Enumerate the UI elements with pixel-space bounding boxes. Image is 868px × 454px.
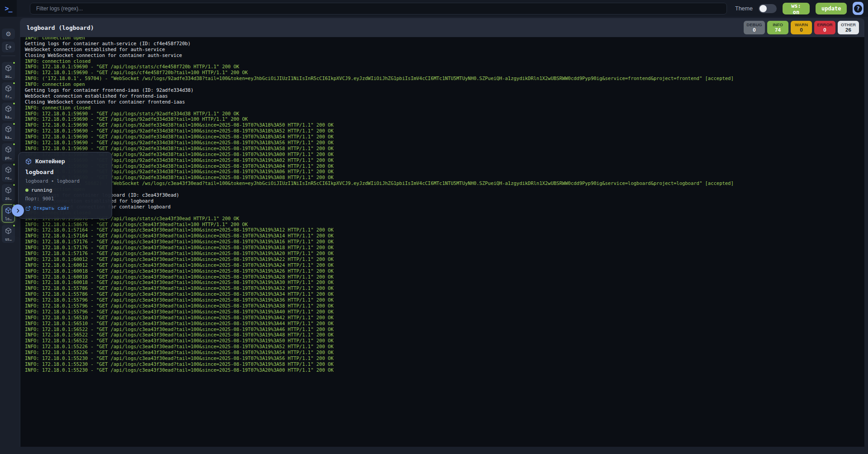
topbar: >_ Theme ws: on update ? [0,0,868,17]
container-list: au…fr…ka…ka…po…re…zo…lo…us… [2,62,15,243]
running-dot-icon [12,81,16,85]
running-dot-icon [12,122,16,126]
log-line: INFO: 172.18.0.1:57176 - "GET /api/logs/… [25,245,864,251]
log-line: INFO: 172.18.0.1:59690 - "GET /api/logs/… [25,134,864,140]
log-line: INFO: 172.18.0.1:56522 - "GET /api/logs/… [25,338,864,344]
log-line: WebSocket connection established for aut… [25,47,864,52]
sidebar-container-ka[interactable]: ka… [2,103,15,121]
log-panel-header: logboard (logboard) DEBUG0INFO74WARN0ERR… [20,18,864,37]
container-box-icon [5,166,12,175]
log-line: INFO: ('172.18.0.1', 59704) - "WebSocket… [25,76,864,81]
log-line: INFO: 172.18.0.1:55786 - "GET /api/logs/… [25,291,864,297]
log-line: INFO: 172.18.0.1:58676 - "GET /api/logs/… [25,222,864,227]
log-line: INFO: 172.18.0.1:59690 - "GET /api/logs/… [25,128,864,134]
log-line: INFO: 172.18.0.1:59690 - "GET /api/logs/… [25,70,864,76]
status-dot-icon [25,189,28,192]
log-line: INFO: 172.18.0.1:56510 - "GET /api/logs/… [25,321,864,326]
log-lines: INFO: connection openGetting logs for co… [25,37,864,373]
log-line: INFO: 172.18.0.1:60012 - "GET /api/logs/… [25,256,864,262]
open-site-link[interactable]: Открыть сайт [25,205,105,211]
log-line: INFO: 172.18.0.1:59690 - "GET /api/logs/… [25,111,864,117]
running-dot-icon [12,224,16,227]
container-label: au… [5,75,11,79]
container-label: zo… [5,197,11,201]
sidebar-container-au[interactable]: au… [2,62,15,80]
page-title: logboard (logboard) [27,24,94,31]
badge-count: 74 [775,27,781,33]
log-line: INFO: 172.18.0.1:55226 - "GET /api/logs/… [25,350,864,355]
running-dot-icon [12,61,16,65]
log-line: INFO: 172.18.0.1:55226 - "GET /api/logs/… [25,344,864,350]
topbar-controls: Theme ws: on update ? [735,2,868,15]
log-viewport[interactable]: INFO: connection openGetting logs for co… [20,37,864,447]
badge-label: OTHER [841,22,856,27]
log-line: INFO: connection open [25,81,864,87]
theme-toggle[interactable] [759,4,777,13]
sidebar-container-ka[interactable]: ka… [2,123,15,141]
badge-other[interactable]: OTHER26 [838,21,859,34]
sidebar-container-us[interactable]: us… [2,225,15,243]
log-line: INFO: 172.18.0.1:60018 - "GET /api/logs/… [25,268,864,274]
container-box-icon [5,187,12,195]
log-line: Getting logs for container auth-service … [25,41,864,47]
log-line: INFO: 172.18.0.1:59690 - "GET /api/logs/… [25,163,864,169]
sidebar-container-re[interactable]: re… [2,164,15,182]
badge-error[interactable]: ERROR0 [814,21,835,34]
badge-info[interactable]: INFO74 [767,21,788,34]
log-line: INFO: 172.18.0.1:55796 - "GET /api/logs/… [25,309,864,315]
sidebar-container-zo[interactable]: zo… [2,184,15,202]
log-line: Getting logs for container frontend-iaas… [25,87,864,93]
open-site-label: Открыть сайт [33,205,69,211]
log-line: INFO: 172.18.0.1:56510 - "GET /api/logs/… [25,315,864,321]
sidebar: ⚙ au…fr…ka…ka…po…re…zo…lo…us… [0,17,17,454]
badge-label: DEBUG [746,22,762,27]
container-box-icon [5,65,12,73]
log-line: INFO: 172.18.0.1:55230 - "GET /api/logs/… [25,367,864,373]
ws-toggle-button[interactable]: ws: on [783,3,810,14]
log-line: INFO: 172.18.0.1:59690 - "GET /api/logs/… [25,116,864,122]
sidebar-container-fr[interactable]: fr… [2,82,15,100]
container-label: us… [5,237,11,241]
expand-sidebar-button[interactable] [12,204,24,217]
tooltip-port: Порт: 9001 [25,196,105,201]
log-line: Closing WebSocket connection for contain… [25,99,864,105]
settings-button[interactable]: ⚙ [2,28,15,39]
log-line: INFO: 172.18.0.1:56522 - "GET /api/logs/… [25,326,864,332]
log-line: INFO: 172.18.0.1:55796 - "GET /api/logs/… [25,303,864,309]
container-label: ka… [5,115,11,119]
app-logo: >_ [0,0,17,17]
sidebar-divider [1,56,15,56]
filter-input[interactable] [30,3,727,14]
container-box-icon [5,85,12,94]
log-line: INFO: 172.18.0.1:59690 - "GET /api/logs/… [25,140,864,146]
container-box-icon [5,207,12,216]
logout-icon [5,44,12,50]
running-dot-icon [12,142,16,146]
log-line: INFO: 172.18.0.1:55796 - "GET /api/logs/… [25,297,864,303]
badge-debug[interactable]: DEBUG0 [744,21,765,34]
log-line: INFO: 172.18.0.1:55230 - "GET /api/logs/… [25,355,864,361]
container-box-icon [5,227,12,236]
badge-warn[interactable]: WARN0 [791,21,812,34]
container-tooltip: Контейнер logboard logboard • logboard r… [18,152,112,219]
tooltip-subtitle: logboard • logboard [25,178,105,184]
log-line: Closing WebSocket connection for contain… [25,204,864,210]
log-line: INFO: 172.18.0.1:59690 - "GET /api/logs/… [25,151,864,157]
container-box-icon [5,105,12,114]
log-line: INFO: 172.18.0.1:57164 - "GET /api/logs/… [25,227,864,233]
container-label: po… [5,156,11,160]
logout-button[interactable] [2,42,15,52]
update-button[interactable]: update [816,3,847,14]
log-line: Getting logs for container logboard (ID:… [25,192,864,198]
log-line: INFO: 172.18.0.1:59690 - "GET /api/logs/… [25,157,864,163]
badge-count: 0 [823,27,826,33]
sidebar-container-po[interactable]: po… [2,143,15,161]
question-icon: ? [854,5,862,13]
log-line: INFO: 172.18.0.1:60018 - "GET /api/logs/… [25,279,864,285]
log-line: INFO: connection closed [25,105,864,111]
badge-count: 26 [845,27,851,33]
badge-count: 0 [753,27,755,33]
help-button[interactable]: ? [853,2,863,15]
log-line: INFO: 172.18.0.1:55786 - "GET /api/logs/… [25,285,864,291]
log-line: INFO: ('172.18.0.1', 58682) - "WebSocket… [25,180,864,186]
